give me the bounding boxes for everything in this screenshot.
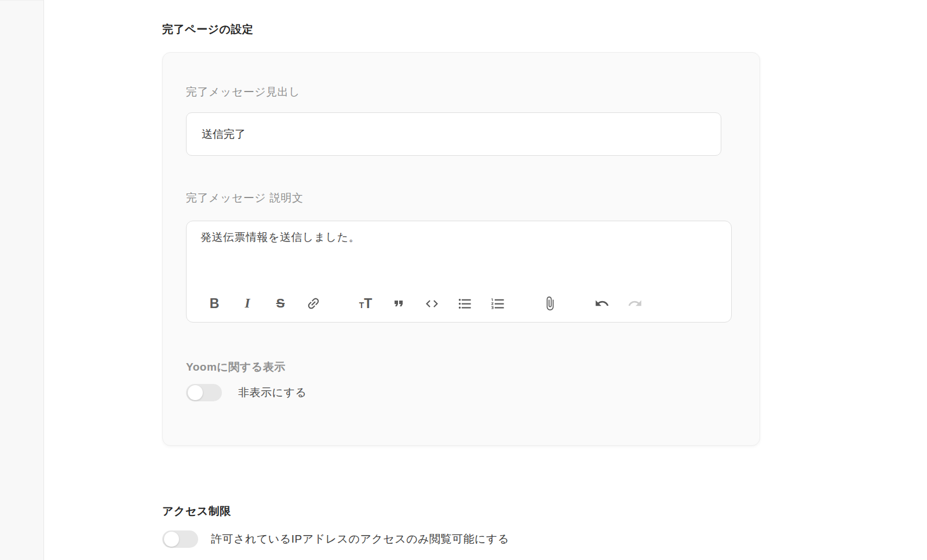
italic-icon: I [245,296,250,311]
page-canvas: 完了ページの設定 完了メッセージ見出し 完了メッセージ 説明文 発送伝票情報を送… [0,0,927,560]
blockquote-button[interactable] [386,292,411,315]
access-restriction-section: アクセス制限 許可されているIPアドレスのアクセスのみ閲覧可能にする [162,504,823,548]
access-restriction-toggle-row: 許可されているIPアドレスのアクセスのみ閲覧可能にする [162,530,823,548]
quote-icon [392,297,406,310]
yoom-display-toggle[interactable] [186,384,222,401]
ordered-list-button[interactable] [485,292,510,315]
redo-button[interactable] [622,292,648,315]
yoom-display-toggle-label: 非表示にする [238,385,306,400]
yoom-display-toggle-row: 非表示にする [186,384,760,401]
access-restriction-toggle[interactable] [162,530,198,548]
bold-button[interactable]: B [202,292,227,315]
description-editor-area[interactable]: 発送伝票情報を送信しました。 [187,221,731,292]
heading-field-label: 完了メッセージ見出し [186,85,760,100]
editor-toolbar: B I S [187,292,731,322]
strikethrough-icon: S [276,296,285,311]
access-restriction-toggle-label: 許可されているIPアドレスのアクセスのみ閲覧可能にする [211,532,509,547]
undo-icon [594,296,610,311]
completion-heading-input[interactable] [186,112,721,156]
page-title: 完了ページの設定 [162,22,823,37]
yoom-display-label: Yoomに関する表示 [186,360,760,375]
toggle-knob [188,385,203,400]
text-size-button[interactable]: TT [353,292,378,315]
rich-text-editor: 発送伝票情報を送信しました。 B I S [186,221,732,323]
link-icon [303,293,324,314]
link-button[interactable] [301,292,326,315]
access-restriction-title: アクセス制限 [162,504,823,519]
italic-button[interactable]: I [235,292,260,315]
code-icon [425,297,439,311]
paperclip-icon [542,296,557,311]
code-button[interactable] [419,292,444,315]
redo-icon [627,296,643,311]
text-size-icon: TT [359,296,373,312]
bullet-list-icon [457,296,473,312]
attachment-button[interactable] [537,292,563,315]
settings-content: 完了ページの設定 完了メッセージ見出し 完了メッセージ 説明文 発送伝票情報を送… [162,22,823,548]
ordered-list-icon [490,296,506,312]
bullet-list-button[interactable] [452,292,477,315]
undo-button[interactable] [589,292,615,315]
toggle-knob [164,532,179,547]
sidebar-panel-edge [0,0,44,560]
completion-page-card: 完了メッセージ見出し 完了メッセージ 説明文 発送伝票情報を送信しました。 B … [162,52,760,446]
bold-icon: B [210,296,220,312]
strikethrough-button[interactable]: S [268,292,293,315]
description-field-label: 完了メッセージ 説明文 [186,191,760,206]
